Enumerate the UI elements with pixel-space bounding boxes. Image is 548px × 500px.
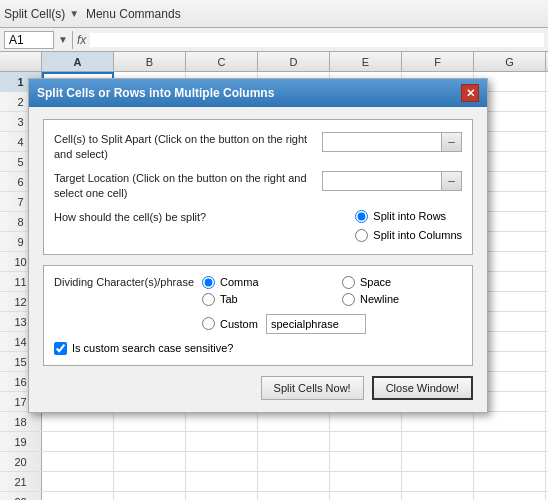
tab-label: Tab — [220, 293, 238, 305]
cell-ref-value: A1 — [9, 33, 24, 47]
menu-commands-label[interactable]: Menu Commands — [86, 7, 181, 21]
corner-cell — [0, 52, 42, 71]
col-header-B[interactable]: B — [114, 52, 186, 71]
case-sensitive-checkbox[interactable] — [54, 342, 67, 355]
case-sensitive-row[interactable]: Is custom search case sensitive? — [54, 342, 462, 355]
cells-to-split-input[interactable] — [322, 132, 442, 152]
close-window-button[interactable]: Close Window! — [372, 376, 473, 400]
table-row: 20 — [0, 452, 548, 472]
split-rows-option[interactable]: Split into Rows — [355, 210, 462, 223]
custom-label: Custom — [220, 318, 258, 330]
table-row: 19 — [0, 432, 548, 452]
dialog-titlebar: Split Cells or Rows into Multiple Column… — [29, 79, 487, 107]
dialog-body: Cell(s) to Split Apart (Click on the but… — [29, 107, 487, 412]
tab-radio[interactable] — [202, 293, 215, 306]
comma-label: Comma — [220, 276, 259, 288]
dialog-close-button[interactable]: ✕ — [461, 84, 479, 102]
dividing-char-options: Comma Space Tab Newline — [202, 276, 462, 306]
fx-label: fx — [77, 33, 86, 47]
dialog: Split Cells or Rows into Multiple Column… — [28, 78, 488, 413]
col-header-E[interactable]: E — [330, 52, 402, 71]
case-sensitive-label: Is custom search case sensitive? — [72, 342, 233, 354]
toolbar-title: Split Cell(s) — [4, 7, 65, 21]
split-type-radio-group: Split into Rows Split into Columns — [355, 210, 462, 242]
space-label: Space — [360, 276, 391, 288]
dividing-header-label: Dividing Character(s)/phrase — [54, 276, 194, 288]
custom-row: Custom — [202, 314, 462, 334]
newline-radio[interactable] — [342, 293, 355, 306]
split-columns-option[interactable]: Split into Columns — [355, 229, 462, 242]
comma-option[interactable]: Comma — [202, 276, 322, 289]
cells-to-split-picker-button[interactable]: – — [442, 132, 462, 152]
cell-ref-dropdown[interactable]: ▼ — [58, 34, 68, 45]
target-location-row: Target Location (Click on the button on … — [54, 171, 462, 202]
newline-option[interactable]: Newline — [342, 293, 462, 306]
col-header-G[interactable]: G — [474, 52, 546, 71]
formula-bar: A1 ▼ fx — [0, 28, 548, 52]
dividing-section: Dividing Character(s)/phrase Comma Space — [43, 265, 473, 366]
formula-divider — [72, 31, 73, 49]
comma-radio[interactable] — [202, 276, 215, 289]
cells-to-split-label: Cell(s) to Split Apart (Click on the but… — [54, 132, 322, 163]
split-columns-label: Split into Columns — [373, 229, 462, 241]
space-option[interactable]: Space — [342, 276, 462, 289]
col-header-A[interactable]: A — [42, 52, 114, 71]
newline-label: Newline — [360, 293, 399, 305]
column-headers: A B C D E F G H — [0, 52, 548, 72]
cells-input-wrapper: – — [322, 132, 462, 152]
formula-input[interactable] — [90, 33, 544, 47]
cells-to-split-row: Cell(s) to Split Apart (Click on the but… — [54, 132, 462, 163]
toolbar: Split Cell(s) ▼ Menu Commands — [0, 0, 548, 28]
space-radio[interactable] — [342, 276, 355, 289]
split-rows-label: Split into Rows — [373, 210, 446, 222]
target-input-wrapper: – — [322, 171, 462, 191]
cells-config-section: Cell(s) to Split Apart (Click on the but… — [43, 119, 473, 255]
custom-value-input[interactable] — [266, 314, 366, 334]
col-header-C[interactable]: C — [186, 52, 258, 71]
table-row: 18 — [0, 412, 548, 432]
split-rows-radio[interactable] — [355, 210, 368, 223]
target-location-picker-button[interactable]: – — [442, 171, 462, 191]
split-columns-radio[interactable] — [355, 229, 368, 242]
target-location-input[interactable] — [322, 171, 442, 191]
dialog-footer: Split Cells Now! Close Window! — [43, 376, 473, 400]
table-row: 22 — [0, 492, 548, 500]
custom-radio[interactable] — [202, 317, 215, 330]
col-header-D[interactable]: D — [258, 52, 330, 71]
toolbar-dropdown-arrow[interactable]: ▼ — [69, 8, 79, 19]
custom-option[interactable]: Custom — [202, 317, 258, 330]
cell-reference-box: A1 — [4, 31, 54, 49]
tab-option[interactable]: Tab — [202, 293, 322, 306]
dialog-title: Split Cells or Rows into Multiple Column… — [37, 86, 274, 100]
target-location-label: Target Location (Click on the button on … — [54, 171, 322, 202]
split-cells-button[interactable]: Split Cells Now! — [261, 376, 364, 400]
how-split-label: How should the cell(s) be split? — [54, 210, 345, 225]
col-header-F[interactable]: F — [402, 52, 474, 71]
table-row: 21 — [0, 472, 548, 492]
